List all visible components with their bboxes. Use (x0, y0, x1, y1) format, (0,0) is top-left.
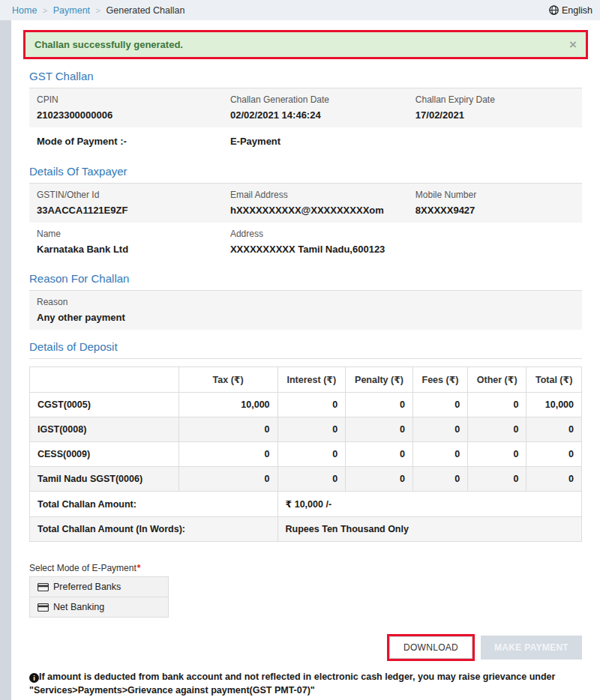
payment-mode-label-text: Select Mode of E-Payment (29, 563, 136, 573)
preferred-banks-option[interactable]: Preferred Banks (29, 576, 169, 597)
cell-value: 0 (278, 442, 346, 467)
note-text: If amount is deducted from bank account … (29, 672, 555, 696)
payment-mode-label: Mode of Payment :- (37, 136, 223, 147)
make-payment-button[interactable]: MAKE PAYMENT (481, 636, 582, 660)
cell-value: 0 (412, 467, 467, 492)
name-value: Karnataka Bank Ltd (37, 244, 223, 255)
deposit-col-total: Total (₹) (526, 367, 582, 393)
section-title-taxpayer: Details Of Taxpayer (29, 165, 582, 184)
content-panel: Challan successfully generated. × GST Ch… (11, 20, 600, 700)
cell-value: 0 (346, 442, 413, 467)
table-row-sgst: Tamil Nadu SGST(0006) 0 0 0 0 0 0 (30, 467, 582, 492)
breadcrumb: Home > Payment > Generated Challan (12, 5, 184, 16)
deposit-col-other: Other (₹) (468, 367, 526, 393)
total-amount-value: ₹ 10,000 /- (278, 492, 581, 517)
table-row-cess: CESS(0009) 0 0 0 0 0 0 (30, 442, 582, 467)
breadcrumb-home[interactable]: Home (12, 5, 37, 16)
expiry-date-label: Challan Expiry Date (416, 94, 582, 105)
reason-row: Reason Any other payment (29, 291, 582, 330)
deposit-col-interest: Interest (₹) (278, 367, 346, 393)
address-label: Address (230, 229, 408, 239)
card-icon (38, 603, 49, 612)
cell-value: 0 (412, 393, 467, 417)
section-title-deposit: Details of Deposit (29, 340, 582, 359)
success-alert-highlight: Challan successfully generated. × (23, 30, 588, 59)
gstin-value: 33AACCA1121E9ZF (37, 205, 223, 216)
payment-mode-value: E-Payment (230, 136, 408, 147)
breadcrumb-bar: Home > Payment > Generated Challan Engli… (0, 0, 600, 20)
total-amount-label: Total Challan Amount: (30, 492, 278, 517)
mobile-label: Mobile Number (416, 190, 582, 200)
email-label: Email Address (230, 190, 408, 200)
payment-mode-section: Select Mode of E-Payment* Preferred Bank… (29, 563, 582, 618)
language-selector[interactable]: English (549, 5, 592, 16)
taxpayer-row-2: Name Karnataka Bank Ltd Address XXXXXXXX… (29, 223, 582, 262)
table-row-igst: IGST(0008) 0 0 0 0 0 0 (30, 417, 582, 442)
generation-date-label: Challan Generation Date (230, 94, 408, 105)
note-grievance: iIf amount is deducted from bank account… (29, 670, 582, 697)
cell-value: 0 (412, 442, 467, 467)
breadcrumb-separator: > (43, 6, 47, 15)
gst-challan-row-2: Mode of Payment :- E-Payment (29, 127, 582, 154)
preferred-banks-label: Preferred Banks (53, 582, 121, 592)
cell-value: 0 (468, 417, 526, 442)
required-asterisk: * (137, 563, 141, 573)
reason-value: Any other payment (37, 312, 582, 323)
total-amount-row: Total Challan Amount: ₹ 10,000 /- (30, 492, 582, 517)
cell-value: 10,000 (178, 393, 278, 417)
cell-value: 0 (468, 393, 526, 417)
section-title-gst-challan: GST Challan (29, 70, 582, 88)
gst-challan-row-1: CPIN 21023300000006 Challan Generation D… (29, 88, 582, 127)
cell-value: 0 (178, 467, 278, 492)
cpin-label: CPIN (37, 94, 223, 105)
row-label: Tamil Nadu SGST(0006) (30, 467, 179, 492)
deposit-col-tax: Tax (₹) (178, 367, 278, 393)
cell-value: 0 (346, 417, 413, 442)
breadcrumb-separator: > (96, 6, 100, 15)
mobile-value: 8XXXXX9427 (416, 205, 582, 216)
payment-mode-list: Preferred Banks Net Banking (29, 576, 169, 618)
total-words-value: Rupees Ten Thousand Only (278, 517, 581, 542)
generation-date-value: 02/02/2021 14:46:24 (230, 109, 408, 121)
total-words-label: Total Challan Amount (In Words): (30, 517, 278, 542)
cell-value: 0 (346, 393, 413, 417)
close-icon[interactable]: × (569, 38, 577, 51)
payment-mode-section-label: Select Mode of E-Payment* (29, 563, 582, 573)
gstin-label: GSTIN/Other Id (37, 190, 223, 200)
table-row-cgst: CGST(0005) 10,000 0 0 0 0 10,000 (30, 393, 582, 417)
deposit-col-penalty: Penalty (₹) (346, 367, 413, 393)
info-icon: i (29, 673, 39, 683)
cell-value: 0 (346, 467, 413, 492)
breadcrumb-payment[interactable]: Payment (53, 5, 90, 16)
row-label: CGST(0005) (30, 393, 179, 417)
deposit-section: Details of Deposit Tax (₹) Interest (₹) … (29, 340, 582, 542)
footer-notes: iIf amount is deducted from bank account… (29, 670, 582, 700)
cell-value: 0 (278, 393, 346, 417)
download-button[interactable]: DOWNLOAD (389, 636, 472, 659)
cell-value: 0 (278, 467, 346, 492)
reason-section: Reason For Challan Reason Any other paym… (29, 272, 582, 330)
deposit-col-fees: Fees (₹) (412, 367, 467, 393)
cell-value: 0 (178, 417, 278, 442)
cell-value: 10,000 (526, 393, 582, 417)
cpin-value: 21023300000006 (37, 109, 223, 121)
alert-message: Challan successfully generated. (34, 39, 183, 50)
reason-label: Reason (37, 297, 582, 307)
breadcrumb-current: Generated Challan (106, 5, 185, 16)
deposit-col-blank (30, 367, 179, 393)
address-value: XXXXXXXXXX Tamil Nadu,600123 (230, 244, 408, 255)
cell-value: 0 (278, 417, 346, 442)
net-banking-option[interactable]: Net Banking (29, 597, 169, 618)
globe-icon (549, 5, 559, 15)
cell-value: 0 (412, 417, 467, 442)
gst-challan-section: GST Challan CPIN 21023300000006 Challan … (29, 70, 582, 154)
action-buttons: DOWNLOAD MAKE PAYMENT (29, 634, 582, 661)
name-label: Name (37, 229, 223, 239)
row-label: IGST(0008) (30, 417, 179, 442)
expiry-date-value: 17/02/2021 (416, 109, 582, 121)
net-banking-label: Net Banking (53, 602, 104, 612)
total-words-row: Total Challan Amount (In Words): Rupees … (30, 517, 582, 542)
card-icon (38, 583, 49, 591)
email-value: hXXXXXXXXXX@XXXXXXXXXom (230, 205, 408, 216)
cell-value: 0 (526, 417, 582, 442)
